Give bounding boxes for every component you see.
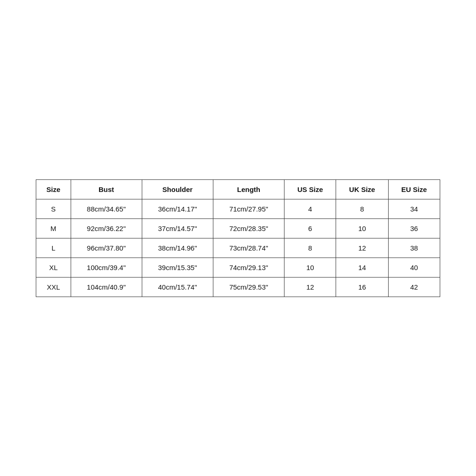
cell-length: 72cm/28.35" [213, 218, 284, 238]
cell-uk-size: 12 [336, 238, 388, 258]
cell-bust: 88cm/34.65" [71, 199, 142, 218]
table-row: XXL104cm/40.9"40cm/15.74"75cm/29.53"1216… [36, 277, 440, 297]
cell-uk-size: 8 [336, 199, 388, 218]
cell-eu-size: 36 [388, 218, 440, 238]
cell-eu-size: 40 [388, 258, 440, 277]
table-row: XL100cm/39.4"39cm/15.35"74cm/29.13"10144… [36, 258, 440, 277]
table-header-row: Size Bust Shoulder Length US Size UK Siz… [36, 179, 440, 199]
size-chart-container: Size Bust Shoulder Length US Size UK Siz… [36, 179, 440, 297]
cell-size: S [36, 199, 71, 218]
size-chart-table: Size Bust Shoulder Length US Size UK Siz… [36, 179, 440, 297]
header-eu-size: EU Size [388, 179, 440, 199]
cell-us-size: 4 [284, 199, 336, 218]
cell-us-size: 6 [284, 218, 336, 238]
cell-shoulder: 40cm/15.74" [142, 277, 213, 297]
cell-uk-size: 10 [336, 218, 388, 238]
table-row: L96cm/37.80"38cm/14.96"73cm/28.74"81238 [36, 238, 440, 258]
cell-size: XL [36, 258, 71, 277]
cell-uk-size: 16 [336, 277, 388, 297]
cell-length: 73cm/28.74" [213, 238, 284, 258]
cell-bust: 100cm/39.4" [71, 258, 142, 277]
cell-us-size: 10 [284, 258, 336, 277]
cell-us-size: 12 [284, 277, 336, 297]
cell-eu-size: 38 [388, 238, 440, 258]
table-row: S88cm/34.65"36cm/14.17"71cm/27.95"4834 [36, 199, 440, 218]
header-size: Size [36, 179, 71, 199]
header-us-size: US Size [284, 179, 336, 199]
cell-bust: 96cm/37.80" [71, 238, 142, 258]
cell-bust: 104cm/40.9" [71, 277, 142, 297]
header-uk-size: UK Size [336, 179, 388, 199]
cell-size: XXL [36, 277, 71, 297]
cell-bust: 92cm/36.22" [71, 218, 142, 238]
cell-shoulder: 36cm/14.17" [142, 199, 213, 218]
cell-length: 74cm/29.13" [213, 258, 284, 277]
cell-us-size: 8 [284, 238, 336, 258]
header-shoulder: Shoulder [142, 179, 213, 199]
table-row: M92cm/36.22"37cm/14.57"72cm/28.35"61036 [36, 218, 440, 238]
cell-size: M [36, 218, 71, 238]
cell-uk-size: 14 [336, 258, 388, 277]
cell-shoulder: 38cm/14.96" [142, 238, 213, 258]
header-bust: Bust [71, 179, 142, 199]
cell-size: L [36, 238, 71, 258]
cell-length: 75cm/29.53" [213, 277, 284, 297]
header-length: Length [213, 179, 284, 199]
cell-eu-size: 34 [388, 199, 440, 218]
cell-eu-size: 42 [388, 277, 440, 297]
cell-shoulder: 39cm/15.35" [142, 258, 213, 277]
cell-length: 71cm/27.95" [213, 199, 284, 218]
cell-shoulder: 37cm/14.57" [142, 218, 213, 238]
